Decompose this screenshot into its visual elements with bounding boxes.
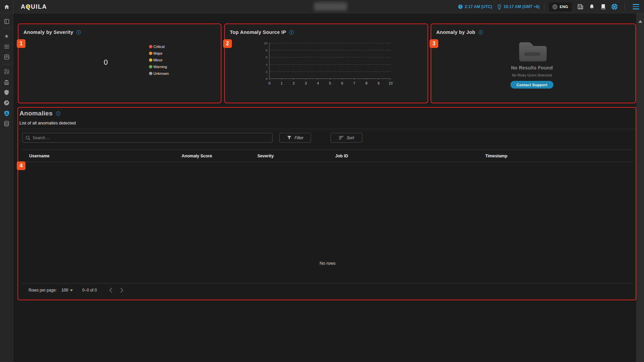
globe-icon xyxy=(552,4,557,9)
local-time: 10:17 AM (GMT +8) xyxy=(497,4,539,9)
legend-dot xyxy=(149,52,152,55)
info-icon[interactable]: i xyxy=(77,30,81,35)
legend-label: Unknown xyxy=(153,71,169,75)
chart-x-tick-label: 1 xyxy=(281,81,283,85)
chart-x-tick-mark xyxy=(318,79,318,80)
home-button[interactable] xyxy=(0,0,13,13)
clock-icon xyxy=(458,4,463,9)
app-logo[interactable]: AQUILA xyxy=(21,0,47,13)
search-input[interactable] xyxy=(33,136,269,140)
severity-total-count: 0 xyxy=(96,58,115,67)
annotation-badge-1: 1 xyxy=(17,39,26,48)
sidebar-item-data[interactable] xyxy=(0,118,13,129)
database-icon xyxy=(4,121,9,126)
rows-per-page-value: 100 xyxy=(61,288,68,293)
column-header-username[interactable]: Username xyxy=(29,150,49,162)
scroll-up-arrow-icon[interactable] xyxy=(638,20,642,23)
severity-legend: CriticalMajorMinorWarningUnknown xyxy=(149,44,169,76)
menu-list-icon xyxy=(4,45,9,49)
bell-icon xyxy=(589,4,594,9)
search-field[interactable] xyxy=(22,133,273,143)
shield-icon xyxy=(4,90,9,95)
sidebar-item-dashboard[interactable] xyxy=(0,52,13,62)
sidebar-item-gauge[interactable] xyxy=(0,98,13,108)
legend-dot xyxy=(149,58,152,62)
organization-button[interactable] xyxy=(575,0,586,13)
chart-x-tick-mark xyxy=(342,79,342,80)
chart-x-tick-label: 7 xyxy=(353,81,355,85)
sidebar-item-risky-users[interactable] xyxy=(0,108,13,118)
sidebar-item-favorites[interactable]: ★ xyxy=(0,31,13,41)
life-ring-icon xyxy=(611,3,618,10)
column-header-severity[interactable]: Severity xyxy=(257,150,274,162)
sidebar-item-list[interactable] xyxy=(0,41,13,52)
chart-x-tick-label: 6 xyxy=(341,81,343,85)
vertical-scrollbar[interactable] xyxy=(636,13,644,362)
support-button[interactable] xyxy=(609,0,620,13)
chart-x-tick-label: 9 xyxy=(378,81,380,85)
previous-page-button[interactable] xyxy=(105,285,116,296)
divider xyxy=(18,129,636,129)
legend-label: Warning xyxy=(153,65,167,69)
sidebar-item-panels[interactable] xyxy=(0,16,13,27)
chart-x-tick-label: 5 xyxy=(329,81,331,85)
rows-per-page-select[interactable]: 100 xyxy=(61,288,73,293)
anomaly-by-severity-card: Anomaly by Severity i 0 CriticalMajorMin… xyxy=(18,23,221,103)
legend-label: Critical xyxy=(153,45,165,49)
filter-button[interactable]: Filter xyxy=(279,133,311,143)
card-title: Anomaly by Job xyxy=(436,30,475,35)
legend-item-minor[interactable]: Minor xyxy=(149,57,169,63)
legend-dot xyxy=(149,72,152,75)
legend-item-critical[interactable]: Critical xyxy=(149,44,169,49)
utc-time: 2:17 AM (UTC) xyxy=(458,4,492,9)
legend-label: Minor xyxy=(153,58,163,62)
notifications-button[interactable] xyxy=(586,0,597,13)
top-anomaly-source-ip-card: Top Anomaly Source IP i 1086420012345678… xyxy=(224,23,428,103)
language-selector[interactable]: ENG xyxy=(549,2,572,11)
sidebar-item-security[interactable] xyxy=(0,87,13,98)
column-header-anomaly-score[interactable]: Anomaly Score xyxy=(182,150,212,162)
chart-x-tick-label: 4 xyxy=(317,81,319,85)
info-icon[interactable]: i xyxy=(479,30,483,35)
legend-dot xyxy=(149,45,152,48)
app-screen: AQUILA 2:17 AM (UTC) 10:17 AM (GMT +8) xyxy=(0,0,644,362)
info-icon[interactable]: i xyxy=(289,30,294,35)
next-page-button[interactable] xyxy=(116,285,128,296)
sidebar-item-institution[interactable] xyxy=(0,77,13,87)
legend-item-warning[interactable]: Warning xyxy=(149,64,169,69)
caret-down-icon xyxy=(70,290,73,291)
rows-per-page-label: Rows per page: xyxy=(29,288,57,293)
column-header-job-id[interactable]: Job ID xyxy=(335,150,348,162)
chart-plot: 1086420012345678910 xyxy=(269,43,391,79)
documentation-button[interactable] xyxy=(597,0,609,13)
chart-x-tick-label: 10 xyxy=(389,81,393,85)
local-time-label: 10:17 AM (GMT +8) xyxy=(503,4,539,9)
chart-gridline xyxy=(269,71,391,72)
card-title: Anomaly by Severity xyxy=(23,30,73,35)
utc-time-label: 2:17 AM (UTC) xyxy=(465,4,492,9)
legend-dot xyxy=(149,65,152,68)
legend-label: Major xyxy=(153,51,163,55)
chart-gridline xyxy=(269,64,391,65)
bank-icon xyxy=(4,80,9,85)
chart-y-tick-label: 2 xyxy=(261,69,267,73)
pagination-range: 0–0 of 0 xyxy=(82,288,97,293)
chart-x-tick-mark xyxy=(366,79,366,80)
column-header-timestamp[interactable]: Timestamp xyxy=(485,150,507,162)
anomalies-title: Anomalies xyxy=(19,110,53,117)
chart-gridline xyxy=(269,43,391,43)
sidebar-item-threat-radar[interactable] xyxy=(0,66,13,77)
contact-support-button[interactable]: Contact Support xyxy=(510,81,553,89)
info-icon[interactable]: i xyxy=(56,111,60,116)
hamburger-menu-icon[interactable] xyxy=(633,4,639,9)
chart-x-tick-mark xyxy=(378,79,379,80)
book-icon xyxy=(601,4,606,9)
legend-item-unknown[interactable]: Unknown xyxy=(149,71,169,76)
chart-x-tick-mark xyxy=(330,79,330,80)
anomalies-table: UsernameAnomaly ScoreSeverityJob IDTimes… xyxy=(22,150,633,283)
card-title-row: Anomaly by Job i xyxy=(436,30,483,35)
legend-item-major[interactable]: Major xyxy=(149,51,169,56)
job-empty-state: No Results Found No Risky Users Detected… xyxy=(482,37,582,89)
sort-button[interactable]: Sort xyxy=(331,133,362,143)
chart-x-tick-mark xyxy=(354,79,354,80)
